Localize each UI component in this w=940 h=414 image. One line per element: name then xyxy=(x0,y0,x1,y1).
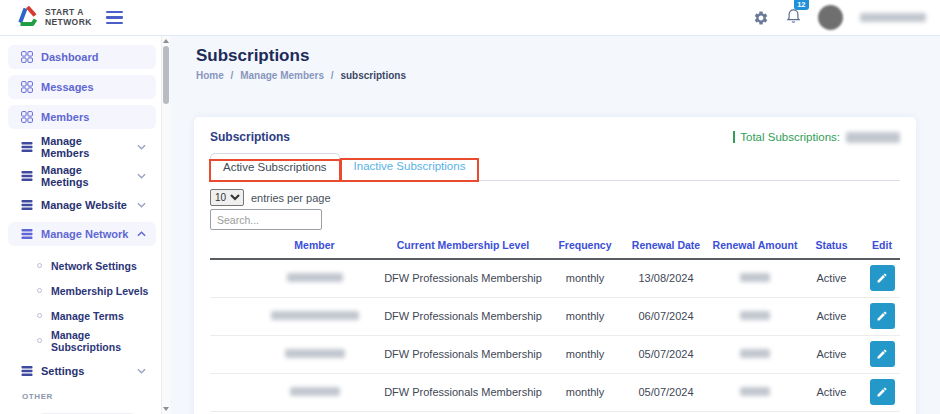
sidebar-subitem-label: Manage Subscriptions xyxy=(51,329,156,353)
breadcrumb-current: subscriptions xyxy=(340,70,406,81)
frequency-cell: monthly xyxy=(549,335,621,373)
page-title: Subscriptions xyxy=(196,46,914,66)
tab-active-subscriptions[interactable]: Active Subscriptions xyxy=(210,153,340,181)
frequency-cell: monthly xyxy=(549,259,621,297)
sidebar-item-manage-network[interactable]: Manage Network xyxy=(8,222,156,246)
membership-level-cell: DFW Professionals Membership xyxy=(377,297,549,335)
search-input[interactable] xyxy=(210,209,322,230)
sidebar-item-settings[interactable]: Settings xyxy=(8,359,156,383)
table-row: DFW Professionals Membership monthly 06/… xyxy=(210,297,900,335)
subscriptions-table: Member Current Membership Level Frequenc… xyxy=(210,233,900,414)
card-title: Subscriptions xyxy=(210,130,290,144)
sidebar-section-label: OTHER xyxy=(22,392,156,401)
sidebar: Dashboard Messages Members Manage Member… xyxy=(0,36,170,414)
sidebar-subitem-network-settings[interactable]: Network Settings xyxy=(8,253,156,278)
renewal-amount-redacted xyxy=(740,311,770,320)
sidebar-subitem-membership-levels[interactable]: Membership Levels xyxy=(8,278,156,303)
table-row: DFW Professionals Membership monthly 05/… xyxy=(210,335,900,373)
sidebar-item-cutoff[interactable] xyxy=(8,407,156,414)
sidebar-subitem-label: Network Settings xyxy=(51,260,137,272)
sidebar-item-manage-meetings[interactable]: Manage Meetings xyxy=(8,164,156,188)
scroll-up-arrow[interactable] xyxy=(163,39,169,43)
sidebar-item-messages[interactable]: Messages xyxy=(8,75,156,99)
member-name-redacted xyxy=(287,273,343,282)
sidebar-scrollbar[interactable] xyxy=(161,36,170,414)
breadcrumb-manage-members[interactable]: Manage Members xyxy=(240,70,324,81)
logo[interactable]: START A NETWORK xyxy=(13,3,92,32)
edit-button[interactable] xyxy=(870,265,895,291)
logo-text: START A NETWORK xyxy=(45,8,92,27)
sidebar-item-dashboard[interactable]: Dashboard xyxy=(8,45,156,69)
status-cell: Active xyxy=(799,335,864,373)
total-subscriptions-label: Total Subscriptions: xyxy=(740,131,840,143)
renewal-date-cell: 05/07/2024 xyxy=(621,373,711,411)
renewal-amount-redacted xyxy=(740,387,770,396)
notification-count-badge: 12 xyxy=(794,0,809,10)
avatar-column-header xyxy=(210,233,252,259)
settings-gear-icon[interactable] xyxy=(753,10,769,26)
chevron-down-icon xyxy=(137,368,146,374)
tab-inactive-subscriptions[interactable]: Inactive Subscriptions xyxy=(342,153,478,180)
sidebar-subitem-manage-terms[interactable]: Manage Terms xyxy=(8,303,156,328)
sidebar-item-label: Manage Website xyxy=(41,199,127,211)
bullet-icon xyxy=(37,263,42,268)
sidebar-item-label: Manage Members xyxy=(41,135,129,159)
username-redacted xyxy=(860,13,926,22)
membership-level-cell: DFW Professionals Membership xyxy=(377,335,549,373)
column-header-renewal-date[interactable]: Renewal Date xyxy=(621,233,711,259)
table-row: DFW Professionals Membership monthly 05/… xyxy=(210,373,900,411)
chevron-down-icon xyxy=(137,144,146,150)
total-subscriptions: Total Subscriptions: xyxy=(733,131,900,143)
member-name-redacted xyxy=(271,311,359,320)
member-name-redacted xyxy=(285,349,345,358)
bullet-icon xyxy=(37,338,42,343)
entries-per-page-select[interactable]: 10 xyxy=(210,189,244,206)
status-cell: Active xyxy=(799,297,864,335)
stack-icon xyxy=(21,141,33,153)
sidebar-subitem-manage-subscriptions[interactable]: Manage Subscriptions xyxy=(8,328,156,353)
user-avatar[interactable] xyxy=(818,5,843,30)
edit-button[interactable] xyxy=(870,379,895,405)
column-header-frequency[interactable]: Frequency xyxy=(549,233,621,259)
membership-level-cell: DFW Professionals Membership xyxy=(377,373,549,411)
column-header-edit: Edit xyxy=(864,233,900,259)
renewal-date-cell: 06/07/2024 xyxy=(621,297,711,335)
membership-level-cell: DFW Professionals Membership xyxy=(377,259,549,297)
column-header-status[interactable]: Status xyxy=(799,233,864,259)
status-cell: Active xyxy=(799,259,864,297)
chevron-down-icon xyxy=(137,202,146,208)
breadcrumb-home[interactable]: Home xyxy=(196,70,224,81)
chevron-up-icon xyxy=(137,231,146,237)
member-name-redacted xyxy=(290,387,340,396)
total-subscriptions-value-redacted xyxy=(846,132,900,143)
hamburger-menu-icon[interactable] xyxy=(106,11,123,24)
stack-icon xyxy=(21,228,33,240)
tab-bar: Active Subscriptions Inactive Subscripti… xyxy=(210,153,900,181)
frequency-cell: monthly xyxy=(549,297,621,335)
sidebar-subitem-label: Membership Levels xyxy=(51,285,148,297)
app-window: START A NETWORK 12 xyxy=(0,0,940,414)
entries-per-page-label: entries per page xyxy=(251,192,331,204)
grid-icon xyxy=(21,111,33,123)
sidebar-item-members[interactable]: Members xyxy=(8,105,156,129)
stack-icon xyxy=(21,170,33,182)
sidebar-item-manage-members[interactable]: Manage Members xyxy=(8,135,156,159)
scroll-down-arrow[interactable] xyxy=(163,407,169,411)
sidebar-item-label: Manage Network xyxy=(41,228,128,240)
renewal-amount-redacted xyxy=(740,349,770,358)
edit-button[interactable] xyxy=(870,303,895,329)
notification-bell[interactable]: 12 xyxy=(786,7,801,28)
column-header-renewal-amount[interactable]: Renewal Amount xyxy=(711,233,799,259)
sidebar-item-label: Messages xyxy=(41,81,94,93)
breadcrumb: Home / Manage Members / subscriptions xyxy=(196,70,914,81)
column-header-level[interactable]: Current Membership Level xyxy=(377,233,549,259)
bullet-icon xyxy=(37,313,42,318)
stack-icon xyxy=(21,365,33,377)
sidebar-item-manage-website[interactable]: Manage Website xyxy=(8,193,156,217)
sidebar-subitem-label: Manage Terms xyxy=(51,310,124,322)
edit-button[interactable] xyxy=(870,341,895,367)
grid-icon xyxy=(21,51,33,63)
scrollbar-thumb[interactable] xyxy=(163,46,169,104)
stack-icon xyxy=(21,199,33,211)
column-header-member[interactable]: Member xyxy=(252,233,377,259)
